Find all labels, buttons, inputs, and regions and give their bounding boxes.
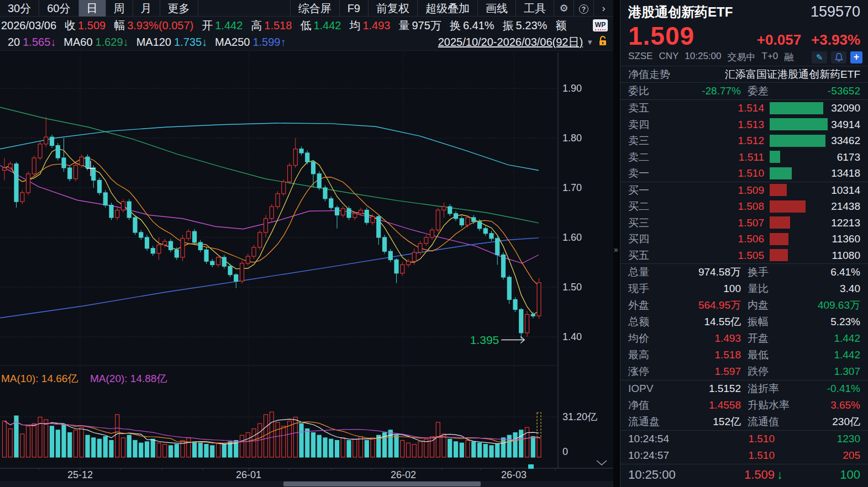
menu-item-工具[interactable]: 工具 — [515, 0, 554, 17]
edit-pencil-icon[interactable]: ✎ — [812, 51, 827, 63]
tick-direction-icon: ↓ — [775, 468, 788, 482]
help-icon[interactable]: ? — [574, 0, 593, 17]
quote-item: 均1.493 — [349, 18, 390, 33]
trade-tick-row: 10:24:571.510205 — [620, 447, 868, 464]
iopv-row: IOPV1.5152溢折率-0.41% — [620, 380, 868, 397]
quote-item: 高1.518 — [251, 18, 292, 33]
ma-legend-item: MA601.629↓ — [64, 36, 128, 49]
market-info-item: 融 — [784, 51, 793, 63]
wp-widget-icon[interactable]: WP — [593, 19, 608, 31]
settings-gear-icon[interactable]: ⚙ — [554, 0, 574, 17]
weibi-label: 委比 — [628, 84, 676, 98]
period-toolbar: 30分60分日周月更多 综合屏F9前复权超级叠加画线工具 ⚙ ? › — [0, 0, 613, 17]
menu-item-前复权[interactable]: 前复权 — [368, 0, 417, 17]
time-sales-list[interactable]: 10:24:541.510123010:24:571.51020510:25:0… — [620, 430, 868, 485]
volume-axis-zero-label: 0 — [562, 446, 568, 457]
ma-legend-item: MA2501.599↑ — [215, 36, 286, 49]
chevron-right-icon[interactable]: › — [593, 0, 613, 17]
nav-label: 净值走势 — [628, 67, 670, 82]
stats-grid: 总量974.58万换手6.41%现手100量比3.40外盘564.95万内盘40… — [620, 263, 868, 380]
weicha-value: -53652 — [808, 85, 860, 97]
chart-scrollbar-thumb[interactable] — [283, 481, 481, 486]
buy-queue-row[interactable]: 买一1.50910314 — [620, 182, 868, 199]
range-dropdown-icon[interactable]: ▼ — [586, 38, 593, 46]
trading-terminal: MA(10): 14.66亿MA(20): 14.88亿1.901.801.70… — [0, 0, 868, 487]
quote-item: 换6.41% — [450, 18, 495, 33]
weibi-value: -28.77% — [676, 85, 741, 97]
period-tab-日[interactable]: 日 — [79, 0, 106, 17]
price-axis-label: 1.80 — [562, 133, 582, 144]
chart-scrollbar[interactable] — [0, 481, 613, 487]
stat-row: 总量974.58万换手6.41% — [620, 264, 868, 280]
price-axis-label: 1.50 — [562, 282, 582, 293]
quote-item: 额 — [555, 18, 569, 33]
market-info-item: T+0 — [762, 51, 778, 63]
volume-ma-label: MA(10): 14.66亿 — [1, 373, 78, 384]
nav-row[interactable]: 净值走势 汇添富国证港股通创新药ETF — [620, 66, 868, 83]
date-range-selector[interactable]: 2025/10/20-2026/03/06(92日) — [438, 35, 583, 50]
queue-volume-bar — [770, 167, 792, 179]
iopv-row: 流通盘152亿流通值230亿 — [620, 414, 868, 430]
quote-date: 2026/03/06 — [1, 19, 56, 32]
market-info-row: SZSECNY10:25:00交易中T+0融 ✎ + — [620, 51, 868, 66]
menu-item-超级叠加[interactable]: 超级叠加 — [417, 0, 477, 17]
queue-volume-bar — [770, 249, 788, 261]
lock-icon[interactable] — [598, 36, 608, 49]
stat-row: 最高1.518最低1.442 — [620, 347, 868, 363]
queue-volume-bar — [770, 151, 780, 163]
volume-axis-top-label: 31.20亿 — [562, 411, 597, 422]
price-change: +0.057+3.93% — [747, 31, 860, 49]
fund-full-name: 汇添富国证港股通创新药ETF — [725, 67, 860, 82]
add-watchlist-icon[interactable]: + — [850, 51, 862, 63]
iopv-row: 净值1.4558升贴水率3.65% — [620, 397, 868, 414]
kline-chart[interactable]: MA(10): 14.66亿MA(20): 14.88亿1.901.801.70… — [0, 0, 613, 487]
stat-row: 现手100量比3.40 — [620, 280, 868, 297]
sell-queue-row[interactable]: 卖一1.51013418 — [620, 165, 868, 182]
panel-divider[interactable]: » — [613, 0, 620, 487]
price-axis-label: 1.40 — [562, 331, 582, 342]
queue-volume-bar — [770, 200, 806, 213]
buy-queue-row[interactable]: 买三1.50712213 — [620, 215, 868, 231]
price-axis-label: 1.90 — [562, 83, 582, 94]
trade-tick-row: 10:24:541.5101230 — [620, 431, 868, 447]
menu-item-F9[interactable]: F9 — [339, 0, 368, 17]
quote-panel: 港股通创新药ETF 159570 1.509 +0.057+3.93% SZSE… — [620, 0, 868, 487]
quote-item: 幅3.93%(0.057) — [114, 18, 193, 33]
period-tab-60分[interactable]: 60分 — [39, 0, 78, 17]
axes: 1.901.801.701.601.501.4031.20亿025-1226-0… — [0, 52, 613, 480]
alert-bell-icon[interactable] — [831, 51, 846, 63]
divider-grip-icon[interactable]: » — [614, 245, 618, 254]
stat-row: 外盘564.95万内盘409.63万 — [620, 297, 868, 314]
period-tab-月[interactable]: 月 — [133, 0, 160, 17]
low-annotation: 1.395 — [470, 334, 525, 346]
current-day-marker — [528, 464, 534, 469]
volume-series — [3, 412, 541, 457]
menu-item-画线[interactable]: 画线 — [477, 0, 515, 17]
price-axis-label: 1.70 — [562, 182, 582, 193]
sell-queue-row[interactable]: 卖四1.51334914 — [620, 117, 868, 133]
period-tab-周[interactable]: 周 — [106, 0, 133, 17]
ma-bar: 201.565↓MA601.629↓MA1201.735↓MA2501.599↑… — [0, 34, 613, 51]
quote-item: 收1.509 — [65, 18, 106, 33]
sell-queue-row[interactable]: 卖二1.5116173 — [620, 149, 868, 166]
market-info-item: 10:25:00 — [685, 51, 721, 63]
buy-queue-row[interactable]: 买五1.50511080 — [620, 247, 868, 264]
top-menu: 综合屏F9前复权超级叠加画线工具 ⚙ ? › — [290, 0, 613, 17]
period-tab-30分[interactable]: 30分 — [0, 0, 39, 17]
iopv-grid: IOPV1.5152溢折率-0.41%净值1.4558升贴水率3.65%流通盘1… — [620, 380, 868, 430]
queue-volume-bar — [770, 135, 825, 147]
sell-queue-row[interactable]: 卖三1.51233462 — [620, 133, 868, 149]
collapse-chevron-icon[interactable] — [597, 460, 607, 465]
stat-row: 总额14.55亿振幅5.23% — [620, 314, 868, 330]
stock-name: 港股通创新药ETF — [628, 3, 733, 21]
ma-line-MA250 — [0, 238, 539, 318]
svg-text:1.395: 1.395 — [470, 334, 499, 346]
menu-item-综合屏[interactable]: 综合屏 — [290, 0, 339, 17]
buy-queue-row[interactable]: 买二1.50821438 — [620, 198, 868, 215]
sell-queue-row[interactable]: 卖五1.51432090 — [620, 100, 868, 117]
stat-row: 涨停1.597跌停1.307 — [620, 363, 868, 380]
period-tab-更多[interactable]: 更多 — [160, 0, 198, 17]
queue-volume-bar — [770, 233, 788, 245]
quote-item: 开1.442 — [202, 18, 243, 33]
buy-queue-row[interactable]: 买四1.50611360 — [620, 231, 868, 247]
